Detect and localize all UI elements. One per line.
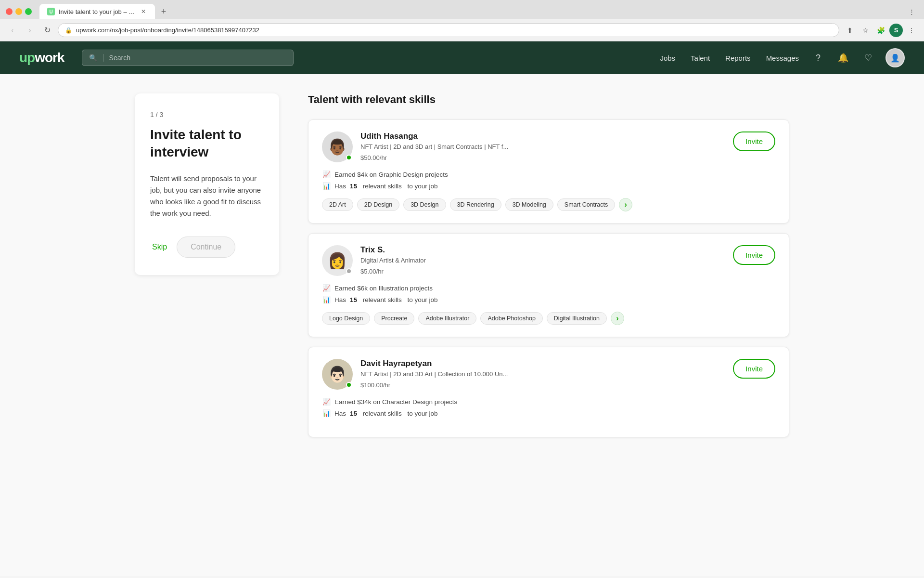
earnings-icon-2: 📈 bbox=[322, 284, 331, 292]
tab-bar: U Invite talent to your job – Upw... ✕ +… bbox=[0, 0, 924, 19]
maximize-button[interactable] bbox=[25, 8, 32, 15]
tags-row-2: Logo Design Procreate Adobe Illustrator … bbox=[322, 312, 775, 325]
online-indicator-2 bbox=[346, 268, 352, 274]
online-indicator-3 bbox=[346, 382, 352, 388]
tab-close-button[interactable]: ✕ bbox=[140, 8, 147, 15]
help-icon[interactable]: ? bbox=[810, 50, 826, 66]
talent-title-1: NFT Artist | 2D and 3D art | Smart Contr… bbox=[360, 143, 508, 150]
minimize-button[interactable] bbox=[15, 8, 22, 15]
talent-name-1: Udith Hasanga bbox=[360, 131, 508, 141]
avatar-wrapper-1: 👨🏾 bbox=[322, 131, 353, 162]
continue-button: Continue bbox=[177, 236, 235, 258]
nav-jobs[interactable]: Jobs bbox=[660, 54, 675, 62]
window-controls bbox=[6, 8, 32, 15]
tag-2-1: Procreate bbox=[374, 312, 414, 325]
earnings-icon-3: 📈 bbox=[322, 397, 331, 406]
browser-menu-button[interactable]: ⋮ bbox=[905, 5, 918, 18]
skills-icon-1: 📊 bbox=[322, 182, 331, 190]
talent-name-3: Davit Hayrapetyan bbox=[360, 359, 508, 368]
header-nav: Jobs Talent Reports Messages bbox=[660, 54, 799, 62]
skills-text-3: relevant skills bbox=[361, 410, 404, 417]
main-content: 1 / 3 Invite talent to interview Talent … bbox=[0, 74, 924, 576]
earnings-stat-1: 📈 Earned $4k on Graphic Design projects bbox=[322, 170, 775, 179]
skills-has-1: Has bbox=[334, 183, 346, 190]
tags-row-1: 2D Art 2D Design 3D Design 3D Rendering … bbox=[322, 198, 775, 211]
tag-2-3: Adobe Photoshop bbox=[480, 312, 542, 325]
address-bar[interactable]: 🔒 upwork.com/nx/job-post/onboarding/invi… bbox=[58, 23, 839, 37]
talent-stats-3: 📈 Earned $34k on Character Design projec… bbox=[322, 397, 775, 418]
reload-button[interactable]: ↻ bbox=[40, 24, 54, 37]
lock-icon: 🔒 bbox=[65, 27, 72, 34]
browser-options-button[interactable]: ⋮ bbox=[905, 24, 918, 37]
talent-card-1: 👨🏾 Udith Hasanga NFT Artist | 2D and 3D … bbox=[308, 119, 789, 223]
panel-title: Invite talent to interview bbox=[150, 126, 264, 161]
nav-messages[interactable]: Messages bbox=[766, 54, 799, 62]
more-tags-button-2[interactable]: › bbox=[611, 312, 624, 325]
earnings-text-2: Earned $6k on Illustration projects bbox=[334, 285, 433, 292]
avatar-wrapper-2: 👩 bbox=[322, 245, 353, 276]
skip-button[interactable]: Skip bbox=[150, 238, 169, 256]
tag-1-3: 3D Rendering bbox=[450, 198, 501, 211]
earnings-stat-2: 📈 Earned $6k on Illustration projects bbox=[322, 284, 775, 292]
browser-chrome: U Invite talent to your job – Upw... ✕ +… bbox=[0, 0, 924, 41]
tag-2-2: Adobe Illustrator bbox=[418, 312, 476, 325]
tab-favicon: U bbox=[47, 8, 55, 15]
more-tags-button-1[interactable]: › bbox=[619, 198, 632, 211]
invite-button-3[interactable]: Invite bbox=[733, 359, 775, 379]
online-indicator-1 bbox=[346, 155, 352, 160]
tag-2-4: Digital Illustration bbox=[547, 312, 607, 325]
user-avatar[interactable]: 👤 bbox=[886, 48, 905, 67]
search-divider bbox=[103, 54, 103, 62]
avatar-wrapper-3: 👨🏻 bbox=[322, 359, 353, 390]
extensions-button[interactable]: 🧩 bbox=[874, 24, 887, 37]
earnings-stat-3: 📈 Earned $34k on Character Design projec… bbox=[322, 397, 775, 406]
upwork-logo: upwork bbox=[19, 50, 64, 66]
panel-actions: Skip Continue bbox=[150, 236, 264, 258]
active-tab[interactable]: U Invite talent to your job – Upw... ✕ bbox=[39, 4, 155, 19]
back-button[interactable]: ‹ bbox=[6, 24, 19, 37]
new-tab-button[interactable]: + bbox=[157, 5, 170, 18]
talent-rate-3: $100.00/hr bbox=[360, 381, 508, 389]
skills-has-2: Has bbox=[334, 296, 346, 303]
talent-info-2: 👩 Trix S. Digital Artist & Animator $5.0… bbox=[322, 245, 426, 276]
talent-details-2: Trix S. Digital Artist & Animator $5.00/… bbox=[360, 245, 426, 275]
skills-stat-2: 📊 Has 15 relevant skills to your job bbox=[322, 295, 775, 304]
tag-1-0: 2D Art bbox=[322, 198, 353, 211]
talent-stats-2: 📈 Earned $6k on Illustration projects 📊 … bbox=[322, 284, 775, 304]
invite-button-2[interactable]: Invite bbox=[733, 245, 775, 265]
earnings-text-1: Earned $4k on Graphic Design projects bbox=[334, 171, 448, 178]
earnings-icon-1: 📈 bbox=[322, 170, 331, 179]
nav-reports[interactable]: Reports bbox=[725, 54, 751, 62]
invite-button-1[interactable]: Invite bbox=[733, 131, 775, 151]
talent-title-3: NFT Artist | 2D and 3D Art | Collection … bbox=[360, 370, 508, 378]
tag-1-4: 3D Modeling bbox=[505, 198, 553, 211]
forward-button[interactable]: › bbox=[23, 24, 37, 37]
bookmark-button[interactable]: ☆ bbox=[859, 24, 872, 37]
skills-stat-1: 📊 Has 15 relevant skills to your job bbox=[322, 182, 775, 190]
nav-talent[interactable]: Talent bbox=[691, 54, 710, 62]
skills-icon-2: 📊 bbox=[322, 295, 331, 304]
right-panel: Talent with relevant skills 👨🏾 Udith Has… bbox=[308, 93, 789, 557]
talent-name-2: Trix S. bbox=[360, 245, 426, 255]
nav-actions: ⬆ ☆ 🧩 S ⋮ bbox=[843, 24, 918, 37]
share-button[interactable]: ⬆ bbox=[843, 24, 857, 37]
skills-text-1: relevant skills bbox=[361, 183, 404, 190]
talent-title-2: Digital Artist & Animator bbox=[360, 257, 426, 264]
talent-stats-1: 📈 Earned $4k on Graphic Design projects … bbox=[322, 170, 775, 190]
search-icon: 🔍 bbox=[89, 54, 97, 62]
nav-bar: ‹ › ↻ 🔒 upwork.com/nx/job-post/onboardin… bbox=[0, 19, 924, 41]
step-indicator: 1 / 3 bbox=[150, 111, 264, 118]
skills-text-2: relevant skills bbox=[361, 296, 404, 303]
skills-icon-3: 📊 bbox=[322, 409, 331, 418]
section-title: Talent with relevant skills bbox=[308, 93, 789, 106]
skills-has-3: Has bbox=[334, 410, 346, 417]
search-bar[interactable]: 🔍 Search bbox=[82, 50, 294, 66]
notifications-icon[interactable]: 🔔 bbox=[835, 50, 851, 66]
tag-1-2: 3D Design bbox=[403, 198, 446, 211]
favorites-icon[interactable]: ♡ bbox=[860, 50, 876, 66]
talent-info-1: 👨🏾 Udith Hasanga NFT Artist | 2D and 3D … bbox=[322, 131, 508, 162]
close-button[interactable] bbox=[6, 8, 13, 15]
app-header: upwork 🔍 Search Jobs Talent Reports Mess… bbox=[0, 41, 924, 74]
search-placeholder: Search bbox=[109, 54, 130, 62]
profile-circle[interactable]: S bbox=[889, 24, 903, 37]
